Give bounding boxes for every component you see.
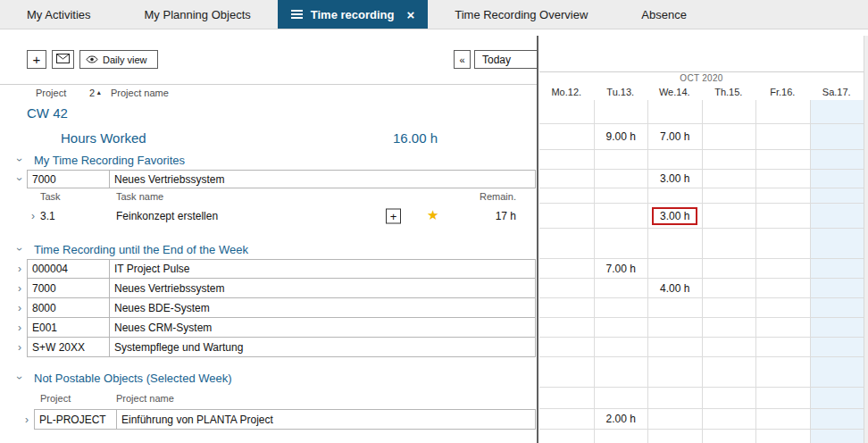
day-cell-sa[interactable] — [810, 279, 864, 298]
project-name-cell[interactable]: Neues CRM-System — [109, 318, 536, 338]
project-name-cell[interactable]: Neues Vertriebssystem — [109, 279, 536, 298]
day-cell-mo[interactable] — [539, 124, 594, 150]
day-cell-th[interactable] — [702, 430, 756, 443]
day-cell-th[interactable] — [702, 318, 756, 338]
day-cell-fr[interactable] — [755, 124, 810, 150]
day-cell-mo[interactable] — [539, 204, 594, 229]
day-cell-tu[interactable] — [594, 100, 648, 124]
day-cell-sa[interactable] — [810, 170, 864, 188]
previous-week-button[interactable]: « — [454, 50, 471, 69]
day-cell-mo[interactable] — [539, 318, 594, 338]
day-cell-mo[interactable] — [539, 170, 594, 188]
day-cell-we[interactable]: 7.00 h — [647, 124, 702, 150]
menu-icon[interactable] — [291, 10, 303, 19]
day-cell-sa[interactable] — [810, 100, 864, 124]
day-cell-tu[interactable] — [594, 188, 648, 204]
project-row[interactable]: › PL-PROJECT Einführung von PLANTA Proje… — [0, 409, 864, 430]
project-row[interactable]: › E001 Neues CRM-System — [0, 318, 864, 338]
day-cell-sa[interactable] — [810, 409, 864, 430]
day-cell-th[interactable] — [702, 279, 756, 298]
day-cell-th[interactable] — [702, 170, 756, 188]
day-cell-tu[interactable] — [594, 150, 648, 170]
vertical-scrollbar[interactable] — [864, 36, 868, 443]
day-cell-th[interactable] — [702, 338, 756, 357]
chevron-down-icon[interactable]: › — [14, 245, 25, 254]
day-cell-th[interactable] — [702, 388, 756, 409]
day-cell-sa[interactable] — [810, 430, 864, 443]
chevron-right-icon[interactable]: › — [29, 211, 38, 222]
day-cell-mo[interactable] — [539, 298, 594, 318]
day-cell-sa[interactable] — [810, 150, 864, 170]
day-cell-sa[interactable] — [810, 388, 864, 409]
chevron-right-icon[interactable]: › — [15, 322, 24, 333]
project-name-cell[interactable]: IT Project Pulse — [109, 259, 536, 279]
add-button[interactable]: + — [27, 50, 46, 69]
project-id-cell[interactable]: S+W 20XX — [27, 338, 110, 357]
day-cell-sa[interactable] — [810, 298, 864, 318]
day-cell-th[interactable] — [702, 124, 756, 150]
day-cell-mo[interactable] — [539, 279, 594, 298]
day-cell-fr[interactable] — [755, 338, 810, 357]
chevron-right-icon[interactable]: › — [15, 342, 24, 353]
day-cell-we[interactable] — [647, 100, 702, 124]
day-cell-we[interactable] — [647, 388, 702, 409]
project-name-cell[interactable]: Neues Vertriebssystem — [109, 170, 536, 188]
task-id[interactable]: 3.1 — [40, 210, 55, 222]
project-id-cell[interactable]: PL-PROJECT — [34, 409, 117, 430]
day-cell-sa[interactable] — [810, 204, 864, 229]
day-cell-we[interactable] — [647, 229, 702, 259]
day-cell-mo[interactable] — [539, 388, 594, 409]
day-cell-mo[interactable] — [539, 259, 594, 279]
project-name-cell[interactable]: Neues BDE-System — [109, 298, 536, 318]
day-cell-fr[interactable] — [755, 229, 810, 259]
day-cell-tu[interactable]: 7.00 h — [594, 259, 648, 279]
chevron-down-icon[interactable]: › — [14, 373, 25, 382]
chevron-down-icon[interactable]: › — [14, 174, 25, 183]
chevron-right-icon[interactable]: › — [15, 303, 24, 313]
day-cell-sa[interactable] — [810, 318, 864, 338]
project-id-cell[interactable]: 8000 — [27, 298, 110, 318]
tab-time-recording-overview[interactable]: Time Recording Overview — [428, 0, 614, 29]
tab-my-activities[interactable]: My Activities — [0, 0, 118, 29]
today-button[interactable]: Today — [474, 50, 538, 69]
day-cell-fr[interactable] — [755, 259, 810, 279]
day-cell-we[interactable]: 3.00 h — [647, 204, 702, 229]
project-name-cell[interactable]: Einführung von PLANTA Project — [116, 409, 536, 430]
day-cell-th[interactable] — [702, 229, 756, 259]
day-cell-we[interactable] — [647, 150, 702, 170]
project-name-cell[interactable]: Systempflege und Wartung — [109, 338, 536, 357]
day-cell-mo[interactable] — [539, 430, 594, 443]
day-cell-fr[interactable] — [755, 170, 810, 188]
highlighted-hours-cell[interactable]: 3.00 h — [652, 207, 697, 225]
day-cell-fr[interactable] — [755, 279, 810, 298]
project-row[interactable]: › S+W 20XX Systempflege und Wartung — [0, 338, 864, 357]
day-cell-tu[interactable] — [594, 318, 648, 338]
day-cell-mo[interactable] — [539, 338, 594, 357]
day-cell-sa[interactable] — [810, 229, 864, 259]
project-id-cell[interactable]: E001 — [27, 318, 110, 338]
day-cell-fr[interactable] — [755, 388, 810, 409]
day-cell-sa[interactable] — [810, 357, 864, 388]
day-cell-tu[interactable]: 9.00 h — [594, 124, 648, 150]
day-cell-th[interactable] — [702, 100, 756, 124]
day-cell-fr[interactable] — [755, 100, 810, 124]
project-id-cell[interactable]: 7000 — [27, 170, 110, 188]
chevron-right-icon[interactable]: › — [15, 283, 24, 294]
day-cell-sa[interactable] — [810, 188, 864, 204]
daily-view-button[interactable]: Daily view — [79, 50, 158, 69]
day-cell-we[interactable] — [647, 298, 702, 318]
day-cell-fr[interactable] — [755, 188, 810, 204]
tab-absence[interactable]: Absence — [614, 0, 714, 29]
panel-splitter[interactable] — [537, 36, 538, 443]
day-cell-we[interactable] — [647, 430, 702, 443]
day-cell-fr[interactable] — [755, 409, 810, 430]
day-cell-th[interactable] — [702, 298, 756, 318]
project-column-header[interactable]: Project — [36, 88, 66, 98]
day-cell-fr[interactable] — [755, 298, 810, 318]
day-cell-fr[interactable] — [755, 150, 810, 170]
favorite-star-icon[interactable]: ★ — [427, 207, 438, 223]
day-cell-fr[interactable] — [755, 318, 810, 338]
day-cell-we[interactable]: 3.00 h — [647, 170, 702, 188]
add-booking-button[interactable]: + — [386, 209, 401, 224]
day-cell-tu[interactable] — [594, 388, 648, 409]
